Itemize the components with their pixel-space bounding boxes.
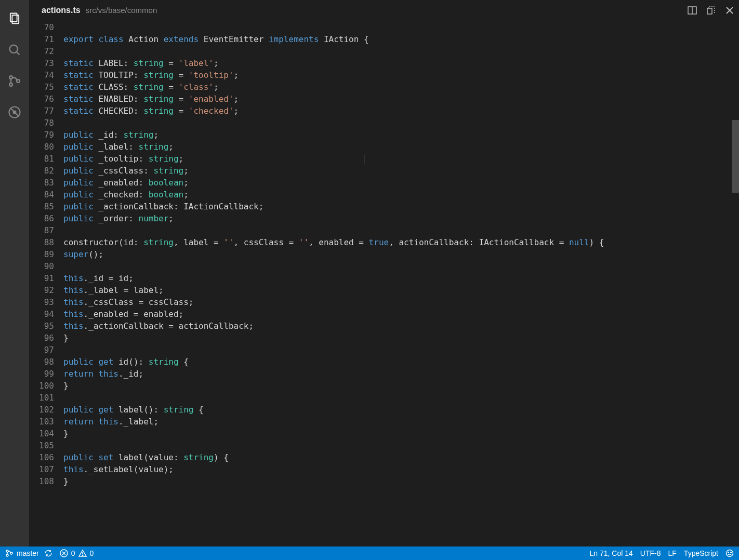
activity-debug[interactable] <box>0 98 29 127</box>
scrollbar-thumb[interactable] <box>732 120 739 193</box>
line-number: 104 <box>29 428 63 439</box>
code-line[interactable]: 71export class Action extends EventEmitt… <box>29 33 739 45</box>
editor-tabbar: actions.ts src/vs/base/common <box>29 0 739 21</box>
line-number: 72 <box>29 45 63 57</box>
error-count: 0 <box>71 549 75 557</box>
line-number: 97 <box>29 344 63 356</box>
svg-point-8 <box>13 111 17 114</box>
line-number: 83 <box>29 177 63 189</box>
svg-point-6 <box>17 79 20 83</box>
svg-rect-0 <box>10 14 17 22</box>
code-line[interactable]: 102 public get label(): string { <box>29 404 739 416</box>
code-line[interactable]: 101 <box>29 392 739 404</box>
warning-count: 0 <box>90 549 94 557</box>
code-line[interactable]: 95 this._actionCallback = actionCallback… <box>29 320 739 332</box>
code-line[interactable]: 106 public set label(value: string) { <box>29 451 739 463</box>
line-text <box>63 344 739 356</box>
line-number: 102 <box>29 404 63 416</box>
svg-point-24 <box>731 552 732 553</box>
svg-line-3 <box>17 52 20 55</box>
code-line[interactable]: 81 public _tooltip: string; <box>29 153 739 165</box>
status-language[interactable]: TypeScript <box>684 549 718 557</box>
code-line[interactable]: 73 static LABEL: string = 'label'; <box>29 57 739 69</box>
code-line[interactable]: 84 public _checked: boolean; <box>29 189 739 201</box>
line-text: public _tooltip: string; <box>63 153 739 165</box>
code-line[interactable]: 85 public _actionCallback: IActionCallba… <box>29 201 739 212</box>
activity-explorer[interactable] <box>0 4 29 33</box>
code-line[interactable]: 83 public _enabled: boolean; <box>29 177 739 189</box>
code-line[interactable]: 107 this._setLabel(value); <box>29 463 739 475</box>
line-number: 88 <box>29 236 63 248</box>
line-text: return this._label; <box>63 416 739 428</box>
line-number: 107 <box>29 463 63 475</box>
line-text: } <box>63 475 739 487</box>
activity-search[interactable] <box>0 35 29 64</box>
line-number: 100 <box>29 380 63 392</box>
code-line[interactable]: 104 } <box>29 428 739 439</box>
line-number: 84 <box>29 189 63 201</box>
code-line[interactable]: 97 <box>29 344 739 356</box>
code-line[interactable]: 108 } <box>29 475 739 487</box>
code-line[interactable]: 75 static CLASS: string = 'class'; <box>29 81 739 93</box>
code-line[interactable]: 96 } <box>29 332 739 344</box>
code-line[interactable]: 76 static ENABLED: string = 'enabled'; <box>29 93 739 105</box>
svg-rect-11 <box>707 8 712 14</box>
line-text <box>63 439 739 451</box>
code-line[interactable]: 105 <box>29 439 739 451</box>
line-text: public _id: string; <box>63 129 739 141</box>
code-line[interactable]: 82 public _cssClass: string; <box>29 165 739 177</box>
code-line[interactable]: 74 static TOOLTIP: string = 'tooltip'; <box>29 69 739 81</box>
line-text: this._cssClass = cssClass; <box>63 296 739 308</box>
close-editor-icon[interactable] <box>724 5 735 16</box>
status-feedback[interactable] <box>725 549 734 557</box>
status-encoding[interactable]: UTF-8 <box>640 549 661 557</box>
line-text: static CHECKED: string = 'checked'; <box>63 105 739 117</box>
code-line[interactable]: 103 return this._label; <box>29 416 739 428</box>
activity-scm[interactable] <box>0 66 29 96</box>
code-line[interactable]: 98 public get id(): string { <box>29 356 739 368</box>
line-number: 106 <box>29 451 63 463</box>
open-editor-title[interactable]: actions.ts src/vs/base/common <box>42 6 157 15</box>
code-line[interactable]: 99 return this._id; <box>29 368 739 380</box>
status-bar: master 0 0 Ln 71, Col 14 UTF-8 LF TypeSc… <box>0 546 739 560</box>
split-editor-icon[interactable] <box>687 5 697 16</box>
code-line[interactable]: 100 } <box>29 380 739 392</box>
status-branch[interactable]: master <box>5 549 52 557</box>
code-line[interactable]: 72 <box>29 45 739 57</box>
status-eol[interactable]: LF <box>668 549 677 557</box>
sync-icon[interactable] <box>44 549 52 557</box>
status-cursor-pos[interactable]: Ln 71, Col 14 <box>590 549 633 557</box>
code-line[interactable]: 77 static CHECKED: string = 'checked'; <box>29 105 739 117</box>
svg-point-21 <box>82 555 83 556</box>
activity-bar <box>0 0 29 546</box>
svg-point-2 <box>10 45 18 53</box>
code-editor[interactable]: 70 71export class Action extends EventEm… <box>29 21 739 546</box>
line-number: 80 <box>29 141 63 153</box>
status-problems[interactable]: 0 0 <box>60 549 94 557</box>
code-line[interactable]: 93 this._cssClass = cssClass; <box>29 296 739 308</box>
line-text: } <box>63 380 739 392</box>
svg-point-15 <box>6 554 8 556</box>
code-line[interactable]: 94 this._enabled = enabled; <box>29 308 739 320</box>
code-line[interactable]: 91 this._id = id; <box>29 272 739 284</box>
code-line[interactable]: 80 public _label: string; <box>29 141 739 153</box>
code-line[interactable]: 89 super(); <box>29 248 739 260</box>
code-line[interactable]: 90 <box>29 260 739 272</box>
line-text: public get id(): string { <box>63 356 739 368</box>
smiley-icon <box>725 549 734 557</box>
code-line[interactable]: 87 <box>29 224 739 236</box>
code-line[interactable]: 92 this._label = label; <box>29 284 739 296</box>
line-text: static LABEL: string = 'label'; <box>63 57 739 69</box>
line-text: this._id = id; <box>63 272 739 284</box>
code-line[interactable]: 79 public _id: string; <box>29 129 739 141</box>
line-number: 70 <box>29 21 63 33</box>
code-line[interactable]: 70 <box>29 21 739 33</box>
code-line[interactable]: 88 constructor(id: string, label = '', c… <box>29 236 739 248</box>
code-line[interactable]: 78 <box>29 117 739 129</box>
line-text: constructor(id: string, label = '', cssC… <box>63 236 739 248</box>
vertical-scrollbar[interactable] <box>732 21 739 546</box>
line-number: 92 <box>29 284 63 296</box>
line-text: public set label(value: string) { <box>63 451 739 463</box>
code-line[interactable]: 86 public _order: number; <box>29 212 739 224</box>
more-editors-icon[interactable] <box>706 5 716 16</box>
